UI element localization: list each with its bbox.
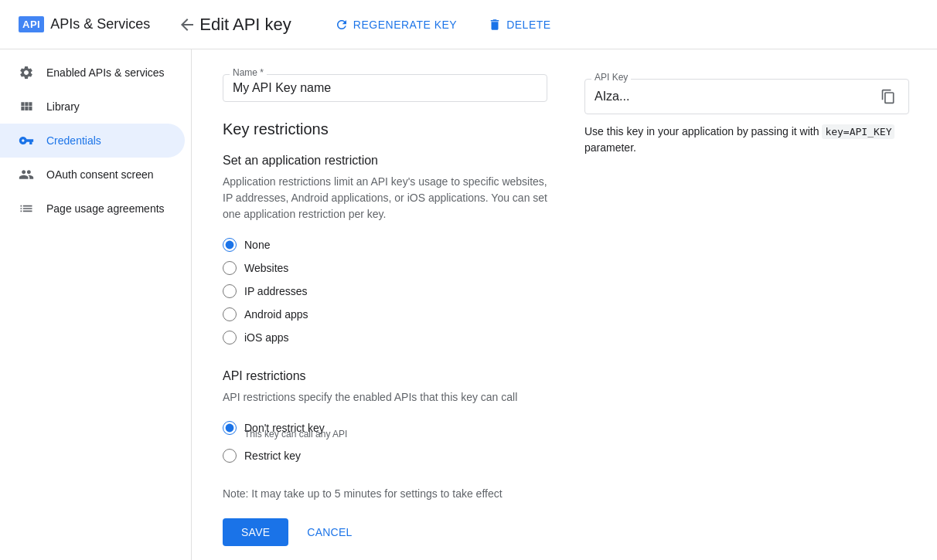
app-restriction-desc: Application restrictions limit an API ke… [223, 174, 547, 222]
radio-none-label: None [244, 239, 270, 251]
app-restriction-radio-group: None Websites IP addresses [223, 238, 547, 344]
api-key-label: API Key [591, 72, 631, 83]
name-label: Name * [230, 67, 267, 78]
cancel-button[interactable]: CANCEL [301, 518, 358, 546]
right-column: API Key AIza... Use this key in your app… [584, 74, 909, 546]
delete-icon [488, 18, 502, 32]
sidebar-label-credentials: Credentials [46, 134, 101, 147]
sidebar-item-oauth[interactable]: OAuth consent screen [0, 158, 185, 192]
sidebar-label-page-usage: Page usage agreements [46, 202, 165, 215]
topbar: API APIs & Services Edit API key REGENER… [0, 0, 937, 49]
api-restriction-radio-group: Don't restrict key This key can call any… [223, 421, 547, 463]
delete-button[interactable]: DELETE [482, 15, 557, 35]
api-key-value: AIza... [595, 90, 877, 104]
page-title: Edit API key [199, 15, 291, 35]
key-restrictions-section: Key restrictions Set an application rest… [223, 120, 547, 546]
sidebar-label-library: Library [46, 100, 80, 113]
radio-restrict[interactable]: Restrict key [223, 449, 547, 463]
api-key-hint-prefix: Use this key in your application by pass… [584, 125, 819, 137]
radio-none[interactable]: None [223, 238, 547, 252]
radio-android-input[interactable] [223, 307, 237, 321]
radio-restrict-input[interactable] [223, 449, 237, 463]
api-restriction-desc: API restrictions specify the enabled API… [223, 389, 547, 406]
api-key-field-wrapper: API Key AIza... Use this key in your app… [584, 79, 909, 156]
main-layout: Enabled APIs & services Library Credenti… [0, 49, 937, 560]
app-restriction-title: Set an application restriction [223, 154, 547, 168]
api-restriction-block: API restrictions API restrictions specif… [223, 369, 547, 463]
delete-label: DELETE [506, 19, 550, 31]
radio-ios-label: iOS apps [244, 331, 289, 344]
api-key-hint-suffix: parameter. [584, 141, 636, 154]
radio-android-label: Android apps [244, 308, 308, 321]
api-key-param: key=API_KEY [822, 124, 894, 139]
dont-restrict-hint: This key can call any API [244, 429, 547, 440]
back-button[interactable] [175, 12, 199, 37]
api-logo-text: API [19, 16, 44, 32]
radio-websites[interactable]: Websites [223, 261, 547, 275]
sidebar-item-library[interactable]: Library [0, 90, 185, 124]
regenerate-key-button[interactable]: REGENERATE KEY [329, 15, 463, 35]
sidebar-label-enabled-apis: Enabled APIs & services [46, 66, 165, 79]
left-column: Name * Key restrictions Set an applicati… [223, 74, 547, 546]
app-restriction-block: Set an application restriction Applicati… [223, 154, 547, 344]
name-input[interactable] [233, 81, 537, 95]
radio-ios[interactable]: iOS apps [223, 331, 547, 344]
note-text: Note: It may take up to 5 minutes for se… [223, 487, 547, 500]
save-button[interactable]: SAVE [223, 518, 288, 546]
regenerate-label: REGENERATE KEY [353, 19, 457, 31]
app-title: APIs & Services [50, 16, 150, 32]
radio-dont-restrict-input[interactable] [223, 421, 237, 435]
header-actions: REGENERATE KEY DELETE [329, 15, 557, 35]
people-icon [19, 167, 34, 182]
sidebar: Enabled APIs & services Library Credenti… [0, 49, 192, 560]
sidebar-item-page-usage[interactable]: Page usage agreements [0, 192, 185, 226]
api-radio-dont-restrict-wrapper: Don't restrict key This key can call any… [223, 421, 547, 440]
library-icon [19, 99, 34, 114]
radio-ip-input[interactable] [223, 284, 237, 298]
sidebar-item-enabled-apis[interactable]: Enabled APIs & services [0, 56, 185, 90]
radio-ip[interactable]: IP addresses [223, 284, 547, 298]
section-title: Key restrictions [223, 120, 547, 138]
copy-key-button[interactable] [877, 86, 899, 107]
name-field-group: Name * [223, 74, 547, 102]
sidebar-item-credentials[interactable]: Credentials [0, 124, 185, 158]
regenerate-icon [335, 18, 349, 32]
gear-icon [19, 65, 34, 80]
key-icon [19, 133, 34, 148]
radio-websites-label: Websites [244, 262, 288, 274]
api-key-hint-text: Use this key in your application by pass… [584, 124, 909, 156]
api-key-field-container: API Key AIza... [584, 79, 909, 114]
app-logo: API APIs & Services [19, 16, 150, 32]
radio-none-input[interactable] [223, 238, 237, 252]
sidebar-label-oauth: OAuth consent screen [46, 168, 154, 181]
radio-ios-input[interactable] [223, 331, 237, 344]
content-grid: Name * Key restrictions Set an applicati… [223, 74, 906, 546]
radio-android[interactable]: Android apps [223, 307, 547, 321]
api-restriction-title: API restrictions [223, 369, 547, 383]
name-field-container: Name * [223, 74, 547, 102]
copy-icon [881, 89, 896, 104]
radio-restrict-label: Restrict key [244, 450, 301, 462]
main-content: Name * Key restrictions Set an applicati… [192, 49, 937, 560]
radio-ip-label: IP addresses [244, 285, 307, 297]
form-actions: SAVE CANCEL [223, 518, 547, 546]
list-icon [19, 201, 34, 216]
radio-websites-input[interactable] [223, 261, 237, 275]
